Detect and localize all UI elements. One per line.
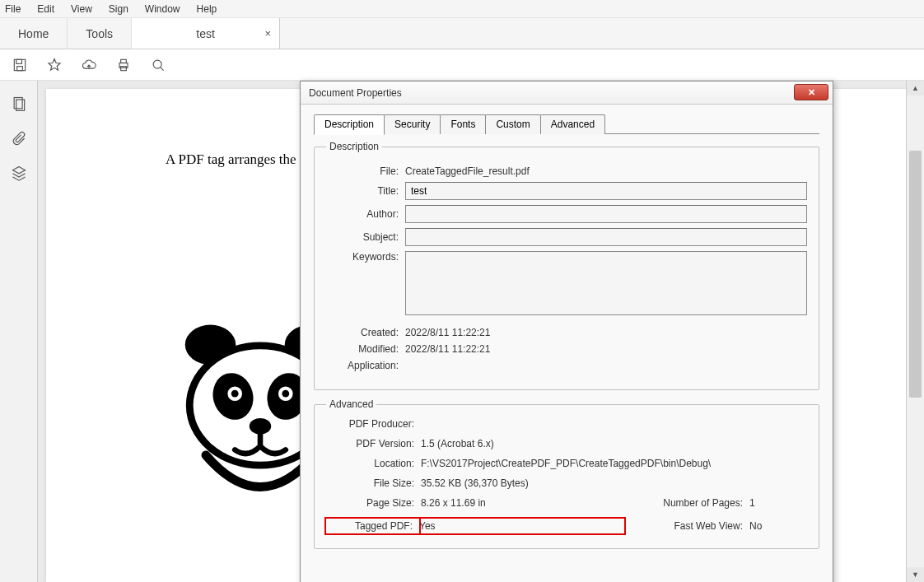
- svg-rect-1: [16, 59, 22, 63]
- document-tab-label: test: [196, 27, 215, 40]
- svg-point-17: [282, 390, 289, 398]
- producer-label: PDF Producer:: [326, 418, 421, 430]
- svg-point-6: [153, 60, 161, 68]
- svg-rect-5: [121, 66, 127, 70]
- file-label: File:: [326, 165, 405, 177]
- location-label: Location:: [326, 458, 421, 469]
- save-icon[interactable]: [12, 57, 28, 73]
- subject-label: Subject:: [326, 231, 405, 243]
- title-label: Title:: [326, 185, 405, 197]
- dialog-title-bar[interactable]: Document Properties ✕: [301, 81, 833, 105]
- dialog-close-button[interactable]: ✕: [794, 84, 828, 100]
- subject-input[interactable]: [405, 228, 807, 246]
- scroll-thumb[interactable]: [909, 151, 922, 398]
- title-input[interactable]: [405, 182, 807, 200]
- file-value: CreateTaggedFile_result.pdf: [405, 165, 807, 177]
- menu-sign[interactable]: Sign: [100, 3, 137, 15]
- tab-tools[interactable]: Tools: [68, 18, 132, 49]
- tab-description[interactable]: Description: [314, 114, 385, 135]
- svg-rect-4: [121, 59, 127, 63]
- menu-edit[interactable]: Edit: [29, 3, 63, 15]
- tagged-label: Tagged PDF:: [324, 517, 421, 535]
- document-tab[interactable]: test ×: [132, 18, 280, 49]
- keywords-input[interactable]: [405, 251, 807, 315]
- scroll-up-icon[interactable]: ▲: [907, 81, 924, 95]
- application-label: Application:: [326, 360, 405, 371]
- pdf-page-text: A PDF tag arranges the: [166, 151, 296, 167]
- menu-window[interactable]: Window: [137, 3, 189, 15]
- numpages-value: 1: [749, 497, 807, 509]
- fastweb-value: No: [749, 520, 807, 532]
- dialog-tabstrip: Description Security Fonts Custom Advanc…: [314, 114, 819, 134]
- search-icon[interactable]: [150, 57, 166, 73]
- created-value: 2022/8/11 11:22:21: [405, 327, 807, 338]
- svg-point-15: [231, 390, 239, 398]
- tab-fonts[interactable]: Fonts: [440, 114, 486, 134]
- pagesize-value: 8.26 x 11.69 in: [421, 497, 626, 509]
- created-label: Created:: [326, 327, 405, 338]
- vertical-scrollbar[interactable]: ▲ ▼: [906, 81, 924, 582]
- star-icon[interactable]: [46, 57, 63, 73]
- filesize-label: File Size:: [326, 477, 421, 489]
- pagesize-label: Page Size:: [326, 497, 421, 509]
- content-zone: ◀ A PDF tag arranges the: [0, 81, 924, 582]
- document-properties-dialog: Document Properties ✕ Description Securi…: [300, 81, 833, 582]
- menu-file[interactable]: File: [0, 3, 29, 15]
- author-label: Author:: [326, 208, 405, 220]
- toolbar: [0, 49, 924, 81]
- menu-bar: File Edit View Sign Window Help: [0, 0, 924, 18]
- location-value: F:\VS2017Project\CreatePDF_PDF\CreateTag…: [421, 458, 807, 469]
- layers-icon[interactable]: [11, 165, 27, 181]
- menu-help[interactable]: Help: [189, 3, 226, 15]
- fastweb-label: Fast Web View:: [626, 520, 749, 532]
- tab-advanced[interactable]: Advanced: [540, 114, 605, 134]
- document-tab-close-icon[interactable]: ×: [264, 27, 271, 40]
- tab-home[interactable]: Home: [0, 18, 68, 49]
- modified-value: 2022/8/11 11:22:21: [405, 343, 807, 355]
- svg-rect-2: [17, 66, 23, 70]
- scroll-down-icon[interactable]: ▼: [907, 567, 924, 582]
- attachments-icon[interactable]: [11, 130, 27, 147]
- tagged-value: Yes: [419, 517, 626, 535]
- filesize-value: 35.52 KB (36,370 Bytes): [421, 477, 807, 489]
- version-label: PDF Version:: [326, 438, 421, 449]
- menu-view[interactable]: View: [63, 3, 100, 15]
- author-input[interactable]: [405, 205, 807, 223]
- pages-panel-icon[interactable]: [11, 95, 27, 112]
- keywords-label: Keywords:: [326, 251, 405, 263]
- app-tabs: Home Tools test ×: [0, 18, 924, 49]
- tab-custom[interactable]: Custom: [485, 114, 540, 134]
- cloud-upload-icon[interactable]: [81, 57, 97, 73]
- advanced-group-label: Advanced: [326, 398, 376, 410]
- dialog-title: Document Properties: [309, 87, 402, 99]
- version-value: 1.5 (Acrobat 6.x): [421, 438, 807, 449]
- modified-label: Modified:: [326, 343, 405, 355]
- numpages-label: Number of Pages:: [626, 497, 749, 509]
- print-icon[interactable]: [115, 57, 132, 73]
- description-group-label: Description: [326, 141, 382, 152]
- advanced-group: Advanced PDF Producer: PDF Version: 1.5 …: [314, 398, 819, 549]
- description-group: Description File: CreateTaggedFile_resul…: [314, 141, 819, 390]
- tab-security[interactable]: Security: [384, 114, 441, 134]
- left-rail: [0, 81, 38, 582]
